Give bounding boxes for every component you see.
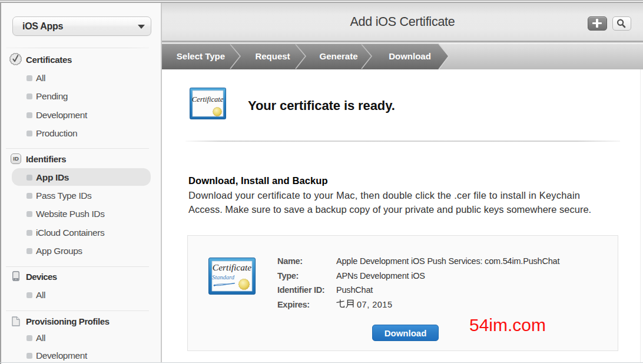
svg-text:Request: Request	[255, 51, 290, 61]
svg-text:Certificate: Certificate	[213, 262, 251, 272]
svg-text:Generate: Generate	[319, 51, 357, 61]
svg-text:Standard: Standard	[212, 274, 235, 280]
svg-text:Certificate: Certificate	[192, 95, 224, 103]
svg-text:Select Type: Select Type	[177, 51, 225, 61]
svg-text:Download: Download	[389, 51, 431, 61]
